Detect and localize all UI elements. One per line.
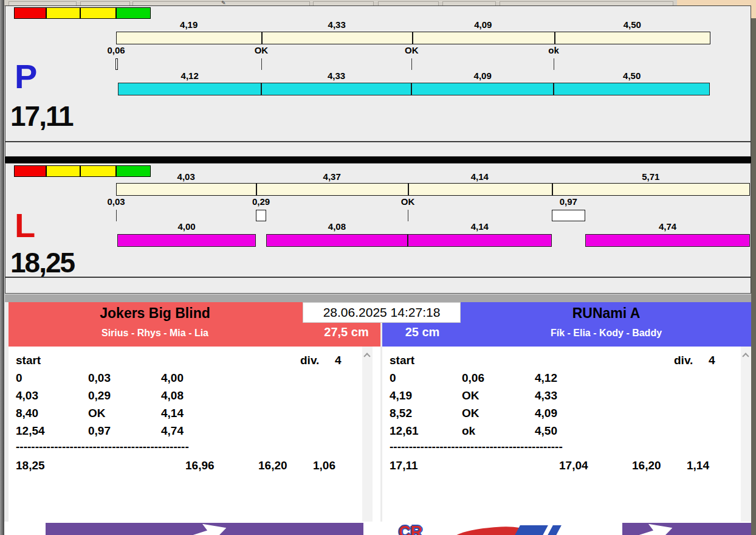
hurdle-height: 25 cm [398, 325, 447, 339]
status-light-cell [116, 165, 151, 177]
table-start-label: start [390, 354, 414, 367]
penalty-marker [552, 210, 585, 221]
logo-shape-blue [513, 525, 548, 535]
run-time-label: 4,12 [162, 71, 217, 81]
split-time-label: 4,09 [456, 19, 510, 30]
table-total: 16,20 [258, 459, 287, 472]
penalty-label: OK [380, 196, 435, 207]
table-total: 17,04 [559, 459, 588, 472]
penalty-label: 0,29 [234, 196, 289, 207]
scrollbar[interactable] [741, 347, 751, 522]
datetime-display: 28.06.2025 14:27:18 [303, 302, 461, 323]
split-time-label: 4,03 [159, 171, 213, 182]
penalty-label: 0,97 [541, 196, 596, 207]
table-total: 17,11 [390, 459, 418, 472]
table-cell: OK [462, 407, 479, 420]
splits-table[interactable]: startdiv.400,034,004,030,294,088,40OK4,1… [9, 347, 380, 522]
table-cell: 0,03 [88, 371, 111, 385]
run-time-label: 4,50 [605, 71, 659, 81]
run-bar-segment [118, 83, 261, 95]
window-edge-left [0, 0, 4, 535]
table-cell: 0,06 [462, 371, 484, 385]
lane-panel-P: 4,194,334,094,500,064,12OK4,33OK4,09ok4,… [5, 5, 751, 142]
table-cell: 0 [390, 371, 396, 385]
split-time-label: 4,33 [309, 19, 364, 30]
lane-total: 18,25 [10, 249, 74, 277]
run-bar-segment [554, 83, 710, 95]
run-bar-segment [266, 234, 408, 247]
penalty-label: OK [384, 45, 439, 56]
banner-left [46, 523, 363, 535]
hurdle-height: 27,5 cm [312, 325, 380, 339]
penalty-tick [411, 58, 412, 70]
splits-table[interactable]: startdiv.400,064,124,19OK4,338,52OK4,091… [382, 347, 751, 522]
table-cell: 4,14 [161, 407, 184, 420]
timing-app-window: ✎ ▾ 4,194,334,094,500,064,12OK4,33OK4,09… [0, 0, 756, 535]
table-separator: ----------------------------------------… [390, 440, 622, 454]
segment-divider [554, 32, 555, 44]
banner-right [622, 523, 751, 535]
segment-divider [412, 32, 413, 44]
penalty-label: 0,06 [89, 45, 143, 56]
split-time-label: 4,14 [452, 171, 507, 182]
table-cell: 4,50 [535, 424, 557, 438]
team-panel-left: Jokers Big Blind Sirius - Rhys - Mia - L… [9, 302, 380, 522]
status-light-cell [80, 165, 116, 177]
table-div-label: div. [674, 354, 693, 367]
segment-divider [408, 183, 409, 196]
table-cell: 4,03 [16, 389, 38, 402]
section-separator [5, 294, 751, 302]
table-div-label: div. [300, 354, 319, 367]
run-bar-segment [411, 83, 554, 95]
run-bar-segment [408, 234, 552, 247]
run-time-label: 4,74 [641, 221, 695, 232]
run-time-label: 4,14 [452, 221, 507, 232]
table-cell: OK [462, 389, 479, 402]
segment-divider [552, 183, 553, 196]
table-cell: 8,40 [16, 407, 38, 420]
table-total: 1,14 [687, 459, 709, 472]
table-cell: 0 [16, 371, 22, 385]
status-light-cell [80, 7, 116, 19]
penalty-label: 0,03 [89, 196, 143, 207]
scroll-up-icon[interactable] [363, 353, 370, 359]
banner-logo-box: CR [363, 522, 622, 535]
table-separator: ----------------------------------------… [16, 440, 248, 454]
split-time-label: 4,50 [605, 19, 659, 30]
split-bar-total [116, 32, 710, 44]
table-cell: 4,00 [161, 371, 184, 385]
penalty-label: ok [526, 45, 581, 56]
penalty-marker [115, 58, 118, 70]
logo-shape-red [453, 523, 526, 535]
penalty-tick [261, 58, 262, 70]
table-div-value: 4 [335, 354, 342, 367]
table-cell: 4,09 [535, 407, 557, 420]
table-total: 1,06 [313, 459, 335, 472]
run-time-label: 4,08 [309, 221, 364, 232]
split-time-label: 4,37 [304, 171, 359, 182]
segment-divider [261, 32, 263, 44]
table-cell: 4,19 [390, 389, 412, 402]
run-time-label: 4,00 [159, 221, 214, 232]
run-bar-segment [117, 234, 256, 247]
table-cell: 0,97 [88, 424, 111, 438]
lane-letter: P [15, 60, 37, 94]
spacer-strip [5, 142, 751, 157]
table-start-label: start [16, 354, 41, 367]
scrollbar[interactable] [362, 347, 373, 522]
table-cell: 4,33 [535, 389, 557, 402]
lane-divider-bar [5, 157, 751, 163]
run-time-label: 4,33 [309, 71, 364, 81]
table-div-value: 4 [709, 354, 715, 367]
lane-total: 17,11 [10, 102, 73, 130]
logo-text: CR [399, 524, 422, 535]
table-total: 16,96 [185, 459, 215, 472]
scroll-up-icon[interactable] [742, 353, 749, 359]
status-light-cell [14, 165, 46, 177]
status-light-cell [46, 165, 80, 177]
penalty-label: OK [234, 45, 289, 56]
split-bar-total [116, 183, 750, 196]
status-light-strip [14, 165, 151, 177]
status-light-cell [46, 7, 80, 19]
window-edge-right[interactable] [751, 18, 756, 535]
